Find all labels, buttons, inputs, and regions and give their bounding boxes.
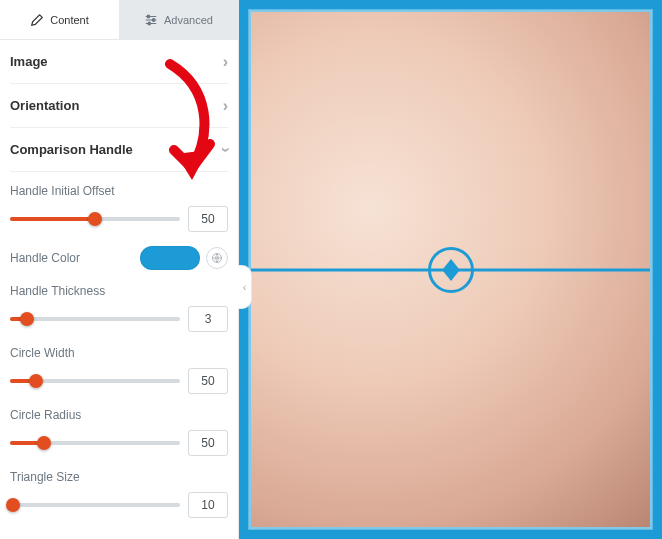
section-orientation-title: Orientation <box>10 98 79 113</box>
color-swatch[interactable] <box>140 246 200 270</box>
slider-handle-initial-offset[interactable] <box>10 217 180 221</box>
svg-point-2 <box>148 22 151 25</box>
tab-advanced-label: Advanced <box>164 14 213 26</box>
slider-thumb[interactable] <box>6 498 20 512</box>
chevron-right-icon: › <box>223 53 228 71</box>
control-triangle-size: Triangle Size 10 <box>10 470 228 518</box>
section-image-title: Image <box>10 54 48 69</box>
control-label: Handle Color <box>10 251 80 265</box>
value-circle-radius[interactable]: 50 <box>188 430 228 456</box>
section-orientation-header[interactable]: Orientation › <box>10 84 228 128</box>
control-handle-color: Handle Color <box>10 246 228 270</box>
tab-content-label: Content <box>50 14 89 26</box>
control-handle-initial-offset: Handle Initial Offset 50 <box>10 184 228 232</box>
control-circle-width: Circle Width 50 <box>10 346 228 394</box>
panel-collapse-toggle[interactable]: ‹ <box>238 265 252 309</box>
section-comparison-handle-header[interactable]: Comparison Handle › <box>10 128 228 172</box>
slider-thumb[interactable] <box>20 312 34 326</box>
triangle-up-icon <box>443 259 459 269</box>
chevron-right-icon: › <box>223 97 228 115</box>
control-circle-radius: Circle Radius 50 <box>10 408 228 456</box>
preview-canvas <box>239 0 662 539</box>
globe-icon[interactable] <box>206 247 228 269</box>
section-comparison-handle-body: Handle Initial Offset 50 Handle Color <box>10 172 228 536</box>
section-image-header[interactable]: Image › <box>10 40 228 84</box>
sliders-icon <box>144 13 158 27</box>
chevron-left-icon: ‹ <box>243 281 247 293</box>
control-label: Circle Width <box>10 346 228 360</box>
svg-point-1 <box>152 18 155 21</box>
value-circle-width[interactable]: 50 <box>188 368 228 394</box>
tab-content[interactable]: Content <box>0 0 119 39</box>
control-label: Handle Thickness <box>10 284 228 298</box>
slider-fill <box>10 217 95 221</box>
comparison-handle[interactable] <box>428 247 474 293</box>
slider-thumb[interactable] <box>37 436 51 450</box>
slider-triangle-size[interactable] <box>10 503 180 507</box>
slider-thumb[interactable] <box>88 212 102 226</box>
value-handle-initial-offset[interactable]: 50 <box>188 206 228 232</box>
control-label: Triangle Size <box>10 470 228 484</box>
triangle-down-icon <box>443 271 459 281</box>
panel-tabs: Content Advanced <box>0 0 238 40</box>
slider-thumb[interactable] <box>29 374 43 388</box>
value-triangle-size[interactable]: 10 <box>188 492 228 518</box>
pencil-icon <box>30 13 44 27</box>
control-label: Circle Radius <box>10 408 228 422</box>
preview-frame[interactable] <box>249 10 652 529</box>
tab-advanced[interactable]: Advanced <box>119 0 238 39</box>
slider-circle-radius[interactable] <box>10 441 180 445</box>
chevron-down-icon: › <box>216 147 234 152</box>
editor-left-panel: Content Advanced Image › Orientation › C… <box>0 0 239 539</box>
control-handle-thickness: Handle Thickness 3 <box>10 284 228 332</box>
slider-circle-width[interactable] <box>10 379 180 383</box>
svg-point-0 <box>147 15 150 18</box>
slider-handle-thickness[interactable] <box>10 317 180 321</box>
value-handle-thickness[interactable]: 3 <box>188 306 228 332</box>
section-comparison-handle-title: Comparison Handle <box>10 142 133 157</box>
panel-sections: Image › Orientation › Comparison Handle … <box>0 40 238 539</box>
control-label: Handle Initial Offset <box>10 184 228 198</box>
